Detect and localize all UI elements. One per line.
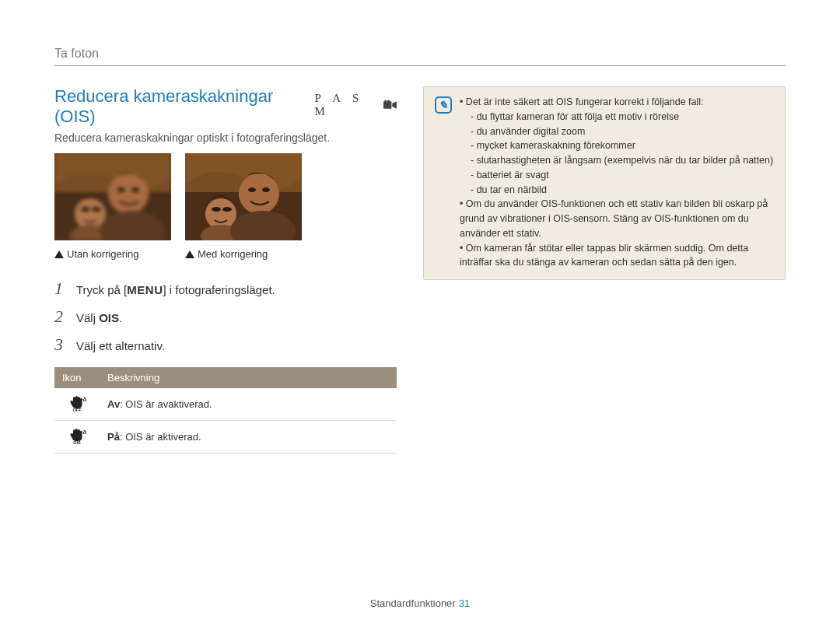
step-3: 3 Välj ett alternativ.: [54, 335, 397, 355]
menu-label: MENU: [127, 283, 163, 296]
note-item: Det är inte säkert att OIS fungerar korr…: [460, 95, 774, 197]
caption-before: Utan korrigering: [54, 248, 171, 260]
example-photo-after: [185, 153, 302, 240]
table-row: OFF Av: OIS är avaktiverad.: [54, 388, 397, 421]
note-subitem: du tar en närbild: [471, 183, 774, 198]
svg-point-9: [81, 207, 90, 212]
th-icon: Ikon: [54, 367, 100, 388]
note-item: Om kameran får stötar eller tappas blir …: [460, 241, 774, 271]
option-desc: Av: OIS är avaktiverad.: [100, 388, 397, 421]
svg-point-2: [387, 100, 390, 102]
th-desc: Beskrivning: [100, 367, 397, 388]
note-box: ✎ Det är inte säkert att OIS fungerar ko…: [423, 86, 786, 280]
svg-point-1: [384, 100, 387, 102]
svg-text:OIS: OIS: [73, 440, 81, 445]
steps-list: 1 Tryck på [MENU] i fotograferingsläget.…: [54, 278, 397, 355]
step-2: 2 Välj OIS.: [54, 306, 397, 327]
triangle-icon: [185, 250, 194, 258]
page-footer: Standardfunktioner31: [0, 597, 840, 609]
svg-point-20: [222, 207, 232, 212]
ois-on-icon: OIS: [54, 421, 100, 454]
svg-point-22: [262, 187, 270, 192]
caption-after: Med korrigering: [185, 248, 302, 260]
options-table: Ikon Beskrivning OFF Av: OIS är avaktive…: [54, 367, 397, 454]
info-icon: ✎: [435, 96, 452, 114]
svg-point-21: [248, 187, 256, 192]
page-title: Reducera kameraskakningar (OIS): [54, 86, 303, 127]
svg-point-11: [117, 187, 125, 192]
table-row: OIS På: OIS är aktiverad.: [54, 421, 397, 454]
note-subitem: du använder digital zoom: [471, 124, 774, 139]
subtitle: Reducera kameraskakningar optiskt i foto…: [54, 131, 397, 144]
ois-off-icon: OFF: [54, 388, 100, 421]
section-label: Ta foton: [54, 47, 786, 66]
svg-point-12: [131, 187, 139, 192]
option-desc: På: OIS är aktiverad.: [100, 421, 397, 454]
note-subitem: mycket kameraskakning förekommer: [471, 138, 774, 153]
svg-point-19: [212, 207, 221, 212]
note-subitem: slutarhastigheten är långsam (exempelvis…: [471, 153, 774, 168]
svg-text:OFF: OFF: [73, 408, 82, 412]
left-column: Reducera kameraskakningar (OIS) P A S M …: [54, 86, 397, 454]
step-1: 1 Tryck på [MENU] i fotograferingsläget.: [54, 278, 397, 299]
camcorder-icon: [383, 100, 397, 110]
mode-icons: P A S M: [314, 92, 397, 118]
right-column: ✎ Det är inte säkert att OIS fungerar ko…: [423, 86, 786, 454]
triangle-icon: [54, 250, 64, 258]
svg-point-6: [108, 173, 149, 214]
svg-rect-0: [383, 101, 391, 108]
note-subitem: batteriet är svagt: [471, 168, 774, 183]
note-subitem: du flyttar kameran för att följa ett mot…: [471, 110, 774, 124]
svg-point-10: [92, 207, 101, 212]
example-photo-before: [54, 153, 171, 240]
svg-point-16: [239, 173, 279, 214]
note-item: Om du använder OIS-funktionen och ett st…: [460, 197, 774, 240]
